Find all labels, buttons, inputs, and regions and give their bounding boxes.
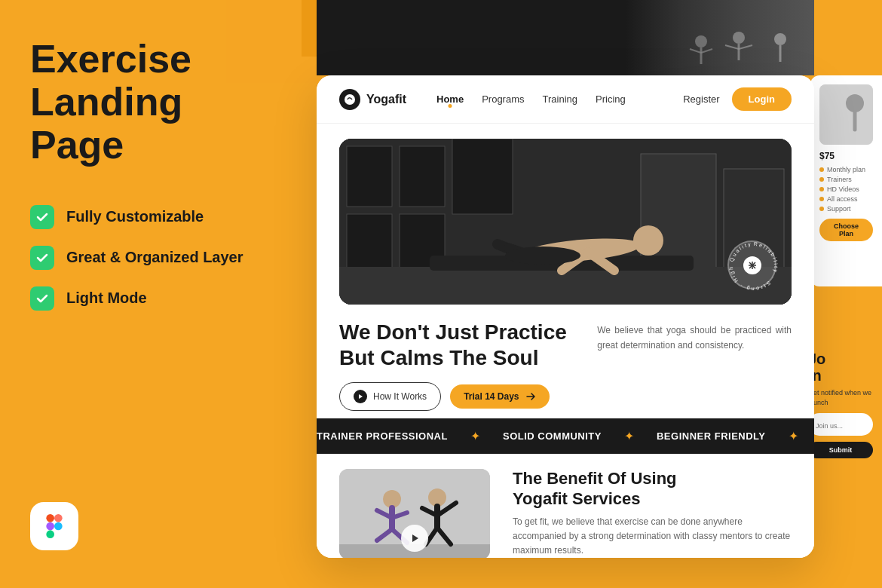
check-icon-lightmode <box>30 286 54 311</box>
play-icon <box>354 390 367 403</box>
benefit-description: To get fit, we believe that exercise can… <box>513 515 792 558</box>
join-description: Get notified when we launch <box>808 388 873 407</box>
marquee-dot-1: ✦ <box>470 429 480 443</box>
top-dark-strip: Discover Other Types Of Yoga <box>317 0 814 75</box>
bullet-item-3: HD Videos <box>819 185 873 193</box>
benefit-image <box>339 469 490 558</box>
register-button[interactable]: Register <box>683 93 719 105</box>
bullet-dot <box>819 187 824 191</box>
svg-point-13 <box>774 33 786 45</box>
nav-actions: Register Login <box>683 87 792 111</box>
hero-title: We Don't Just Practice But Calms The Sou… <box>339 320 582 370</box>
nav-link-home[interactable]: Home <box>436 93 464 105</box>
svg-point-4 <box>54 522 63 531</box>
svg-point-56 <box>846 94 864 112</box>
hero-actions: How It Works Trial 14 Days <box>339 382 582 411</box>
logo-icon <box>339 89 360 110</box>
spin-badge: Reliability · Strong · High Quality · <box>727 240 776 289</box>
svg-marker-38 <box>359 394 363 399</box>
marquee-dot-2: ✦ <box>624 429 634 443</box>
svg-rect-18 <box>400 146 445 207</box>
features-list: Fully Customizable Great & Organized Lay… <box>30 205 286 311</box>
check-icon-organized <box>30 246 54 270</box>
left-panel: Exercise Landing Page Fully Customizable… <box>0 0 317 588</box>
right-price-panel: $75 Monthly plan Trainers HD Videos All … <box>810 75 882 286</box>
choose-plan-button[interactable]: Choose Plan <box>819 219 873 241</box>
svg-rect-55 <box>819 84 873 145</box>
bullet-item-4: All access <box>819 195 873 203</box>
benefit-content: The Benefit Of Using Yogafit Services To… <box>513 469 792 558</box>
marquee-banner: TRAINER PROFESSIONAL ✦ SOLID COMMUNITY ✦… <box>317 418 814 454</box>
trial-button[interactable]: Trial 14 Days <box>450 384 549 409</box>
check-icon-customizable <box>30 205 54 229</box>
hero-section: Reliability · Strong · High Quality · <box>317 124 814 418</box>
svg-line-11 <box>725 45 739 49</box>
svg-point-9 <box>733 32 745 44</box>
hero-image-container: Reliability · Strong · High Quality · <box>339 139 792 305</box>
marquee-dot-3: ✦ <box>789 429 798 443</box>
hero-description: We believe that yoga should be practiced… <box>597 320 792 354</box>
feature-label-lightmode: Light Mode <box>66 289 147 307</box>
svg-rect-17 <box>347 146 392 207</box>
svg-rect-1 <box>54 514 63 522</box>
svg-line-8 <box>701 49 712 53</box>
feature-label-organized: Great & Organized Layer <box>66 249 243 266</box>
feature-item-customizable: Fully Customizable <box>30 205 286 229</box>
svg-point-27 <box>633 225 663 256</box>
marquee-item-community: SOLID COMMUNITY <box>503 430 602 442</box>
bullet-item-2: Trainers <box>819 176 873 183</box>
nav-link-programs[interactable]: Programs <box>482 93 524 105</box>
feature-item-lightmode: Light Mode <box>30 286 286 311</box>
marquee-content: TRAINER PROFESSIONAL ✦ SOLID COMMUNITY ✦… <box>317 429 814 443</box>
svg-point-15 <box>345 94 355 105</box>
how-it-works-button[interactable]: How It Works <box>339 382 441 411</box>
join-title: Join <box>808 351 873 384</box>
bullet-dot <box>819 167 824 172</box>
bullet-dot <box>819 207 824 211</box>
hero-content: We Don't Just Practice But Calms The Sou… <box>339 305 792 418</box>
login-button[interactable]: Login <box>732 87 792 111</box>
feature-item-organized: Great & Organized Layer <box>30 246 286 270</box>
svg-rect-0 <box>46 514 54 522</box>
benefit-play-button[interactable] <box>401 525 428 552</box>
svg-point-32 <box>505 247 580 265</box>
benefit-title: The Benefit Of Using Yogafit Services <box>513 469 792 509</box>
svg-rect-19 <box>452 139 513 214</box>
svg-marker-54 <box>412 534 418 542</box>
yoga-persons-bg <box>626 0 814 75</box>
join-input-container <box>808 413 873 436</box>
hero-image-bg <box>339 139 792 305</box>
hero-headline: We Don't Just Practice But Calms The Sou… <box>339 320 582 411</box>
feature-label-customizable: Fully Customizable <box>66 208 204 225</box>
join-submit-button[interactable]: Submit <box>808 442 873 458</box>
svg-rect-20 <box>347 214 392 274</box>
logo-area: Yogafit <box>339 89 406 110</box>
bullet-dot <box>819 197 824 201</box>
nav-links: Home Programs Training Pricing <box>436 93 683 105</box>
svg-rect-3 <box>46 530 54 538</box>
website-card: Yogafit Home Programs Training Pricing R… <box>317 75 814 558</box>
nav-link-pricing[interactable]: Pricing <box>596 93 626 105</box>
bullet-item-1: Monthly plan <box>819 166 873 173</box>
navbar: Yogafit Home Programs Training Pricing R… <box>317 75 814 124</box>
svg-line-7 <box>690 49 701 53</box>
bullet-item-5: Support <box>819 205 873 213</box>
svg-text:Reliability · Strong · High Qu: Reliability · Strong · High Quality · <box>729 242 778 291</box>
benefit-section: The Benefit Of Using Yogafit Services To… <box>317 454 814 558</box>
svg-line-12 <box>739 45 752 49</box>
join-email-input[interactable] <box>816 422 865 430</box>
figma-badge <box>30 502 78 550</box>
logo-text: Yogafit <box>366 93 406 106</box>
bullet-dot <box>819 177 824 182</box>
marquee-item-beginner: BEGINNER FRIENDLY <box>657 430 766 442</box>
svg-rect-2 <box>46 522 54 531</box>
nav-link-training[interactable]: Training <box>543 93 577 105</box>
svg-point-5 <box>695 35 707 47</box>
bullet-list: Monthly plan Trainers HD Videos All acce… <box>819 166 873 213</box>
price-label: $75 <box>819 151 873 161</box>
right-image-placeholder <box>819 84 873 145</box>
marquee-item-trainer: TRAINER PROFESSIONAL <box>317 430 448 442</box>
